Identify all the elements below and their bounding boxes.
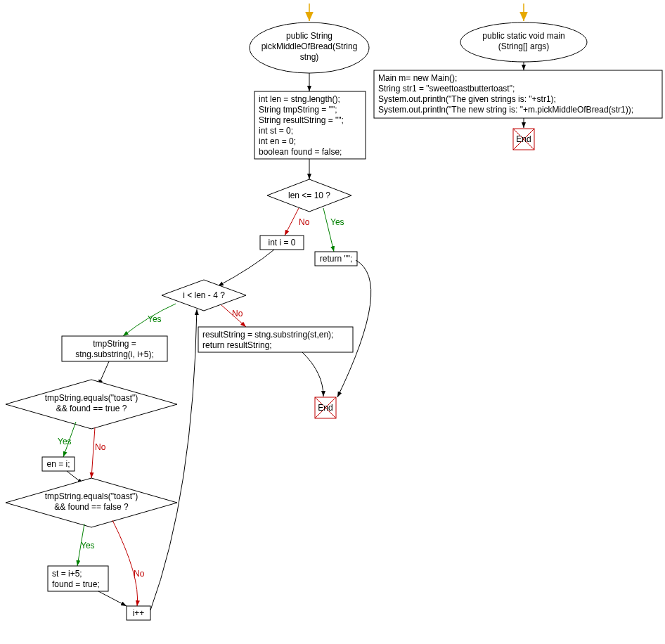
init-line-3: int st = 0; xyxy=(259,126,293,136)
result-line-1: return resultString; xyxy=(202,340,272,350)
loop-no-label: No xyxy=(232,309,243,318)
d2-no-label: No xyxy=(95,442,106,452)
tmp-assign-l2: stng.substring(i, i+5); xyxy=(75,349,154,359)
d2-no-edge xyxy=(91,427,95,478)
main-line-2: System.out.println("The given strings is… xyxy=(378,94,556,104)
increment-text: i++ xyxy=(133,608,145,618)
init-line-1: String tmpString = ""; xyxy=(259,105,337,115)
en-assign-text: en = i; xyxy=(46,459,70,469)
init-line-2: String resultString = ""; xyxy=(259,115,344,125)
end1-label: End xyxy=(318,403,332,413)
entry2-line2: (String[] args) xyxy=(498,41,550,51)
entry2-line1: public static void main xyxy=(482,31,564,41)
main-line-3: System.out.println("The new string is: "… xyxy=(378,105,633,115)
d3-no-edge xyxy=(112,520,138,606)
loop-yes-label: Yes xyxy=(148,314,162,324)
arrow-result-end xyxy=(302,352,323,397)
end2-label: End xyxy=(516,134,531,144)
return-empty-text: return ""; xyxy=(320,254,353,264)
d1-text: len <= 10 ? xyxy=(288,191,330,200)
d2-yes-label: Yes xyxy=(58,437,72,446)
entry1-line2: pickMiddleOfBread(String xyxy=(262,41,358,51)
init-line-0: int len = stng.length(); xyxy=(259,94,340,104)
d1-no-label: No xyxy=(299,217,310,227)
d3-yes-label: Yes xyxy=(81,541,95,550)
d1-no-edge xyxy=(285,208,299,236)
result-line-0: resultString = stng.substring(st,en); xyxy=(202,330,333,340)
st-assign-l2: found = true; xyxy=(52,579,100,589)
init-line-4: int en = 0; xyxy=(259,136,296,146)
d3-l1: tmpString.equals("toast") xyxy=(45,491,138,501)
init-line-5: boolean found = false; xyxy=(259,147,342,157)
d2-l2: && found == true ? xyxy=(56,404,127,413)
loop-cond-text: i < len - 4 ? xyxy=(183,290,225,300)
entry1-line3: stng) xyxy=(300,52,319,62)
d2-l1: tmpString.equals("toast") xyxy=(45,393,138,403)
d1-yes-edge xyxy=(323,208,334,252)
main-line-0: Main m= new Main(); xyxy=(378,73,457,83)
arrow-st-inc xyxy=(98,591,127,606)
d1-yes-label: Yes xyxy=(330,217,344,227)
main-line-1: String str1 = "sweettoastbuttertoast"; xyxy=(378,84,515,94)
st-assign-l1: st = i+5; xyxy=(52,569,82,579)
arrow-i-loop xyxy=(218,250,274,286)
end-node-1: End xyxy=(315,397,336,418)
tmp-assign-l1: tmpString = xyxy=(93,339,136,349)
init-i-text: int i = 0 xyxy=(268,238,295,247)
d3-l2: && found == false ? xyxy=(54,502,129,512)
flowchart-canvas: public String pickMiddleOfBread(String s… xyxy=(0,0,665,644)
end-node-2: End xyxy=(513,129,534,150)
arrow-tmp-d2 xyxy=(98,361,109,385)
d3-no-label: No xyxy=(134,569,145,579)
entry1-line1: public String xyxy=(286,31,332,41)
